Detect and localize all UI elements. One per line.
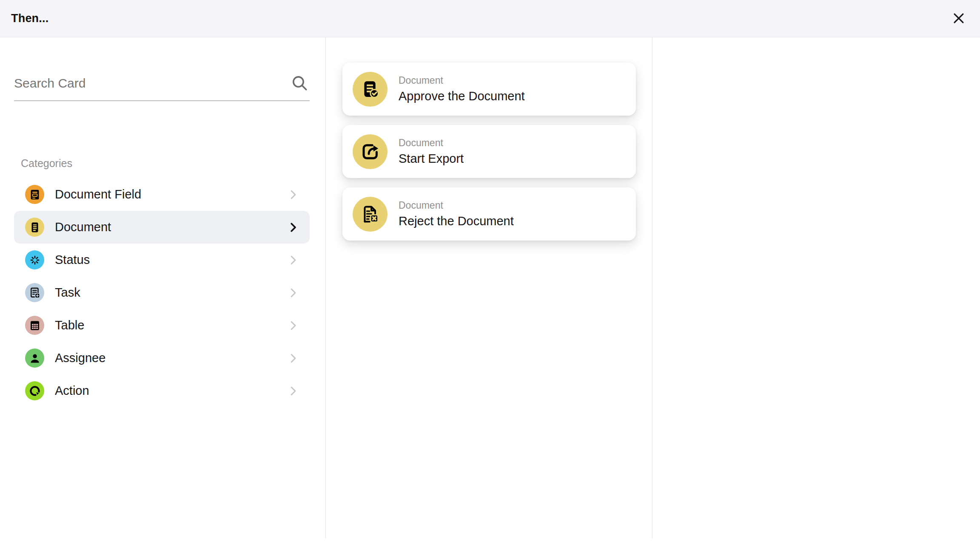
document-field-icon — [28, 188, 41, 201]
sidebar-item-status[interactable]: Status — [14, 244, 310, 276]
card-title: Approve the Document — [399, 89, 525, 103]
approve-document-icon — [359, 79, 381, 100]
chevron-right-icon — [286, 220, 300, 235]
sidebar-item-task[interactable]: Task — [14, 276, 310, 309]
sidebar-item-assignee[interactable]: Assignee — [14, 342, 310, 374]
category-label: Task — [55, 286, 286, 300]
chevron-right-icon — [286, 384, 300, 398]
category-label: Assignee — [55, 351, 286, 365]
dialog-body: Categories Document Field Document Statu… — [0, 37, 980, 538]
chevron-right-icon — [286, 351, 300, 366]
cards-panel: Document Approve the Document Document S… — [326, 37, 652, 538]
search-button[interactable] — [289, 73, 310, 94]
action-card-start-export[interactable]: Document Start Export — [342, 125, 636, 178]
empty-panel — [652, 37, 980, 538]
action-icon — [28, 385, 41, 397]
sidebar-item-table[interactable]: Table — [14, 309, 310, 342]
reject-document-icon — [359, 204, 381, 225]
chevron-right-icon — [286, 318, 300, 333]
table-icon — [28, 319, 41, 332]
dialog-title: Then... — [0, 12, 48, 25]
card-title: Reject the Document — [399, 214, 514, 228]
assignee-icon — [28, 352, 41, 365]
status-icon — [28, 254, 41, 266]
close-icon — [952, 11, 966, 27]
sidebar-item-document[interactable]: Document — [14, 211, 310, 244]
category-label: Document Field — [55, 187, 286, 201]
search-input[interactable] — [14, 67, 278, 99]
sidebar-item-action[interactable]: Action — [14, 374, 310, 407]
card-category-label: Document — [399, 75, 525, 86]
card-title: Start Export — [399, 152, 464, 166]
action-card-approve-the-document[interactable]: Document Approve the Document — [342, 62, 636, 116]
cards-list: Document Approve the Document Document S… — [342, 62, 636, 250]
search-icon — [290, 88, 309, 94]
category-label: Status — [55, 253, 286, 267]
action-card-reject-the-document[interactable]: Document Reject the Document — [342, 187, 636, 241]
footer-strip — [0, 538, 980, 544]
categories-section-label: Categories — [21, 157, 72, 170]
search-field-wrap — [14, 67, 310, 101]
start-export-icon — [359, 141, 381, 162]
card-category-label: Document — [399, 137, 464, 149]
card-category-label: Document — [399, 200, 514, 211]
chevron-right-icon — [286, 286, 300, 300]
sidebar-item-document-field[interactable]: Document Field — [14, 178, 310, 211]
dialog-header: Then... — [0, 0, 980, 37]
document-icon — [28, 221, 41, 234]
categories-panel: Categories Document Field Document Statu… — [0, 37, 326, 538]
category-label: Table — [55, 318, 286, 332]
chevron-right-icon — [286, 187, 300, 202]
category-label: Action — [55, 384, 286, 398]
close-button[interactable] — [949, 8, 969, 29]
categories-list: Document Field Document Status Task Tabl… — [14, 178, 310, 407]
chevron-right-icon — [286, 253, 300, 267]
task-icon — [28, 286, 41, 299]
category-label: Document — [55, 220, 286, 234]
